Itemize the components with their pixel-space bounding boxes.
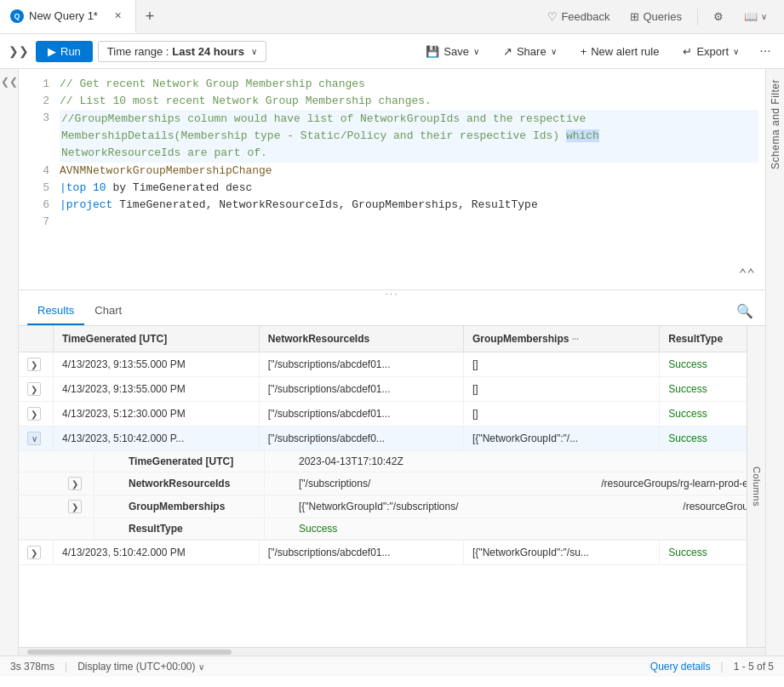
columns-label: Columns — [752, 467, 762, 507]
save-icon: 💾 — [426, 45, 439, 58]
code-line-6: 6 |project TimeGenerated, NetworkResourc… — [19, 197, 765, 214]
results-table: TimeGenerated [UTC] NetworkResourceIds G… — [19, 326, 765, 565]
row-expand-btn[interactable]: ∨ — [27, 432, 41, 445]
left-panel-toggle[interactable]: ❮❮ — [0, 69, 19, 656]
book-icon: 📖 — [744, 10, 758, 23]
queries-btn[interactable]: ⊞ Queries — [621, 7, 690, 26]
table-row: ❯ 4/13/2023, 5:12:30.000 PM ["/subscript… — [19, 402, 765, 427]
code-line-7: 7 — [19, 214, 765, 231]
columns-panel[interactable]: Columns — [747, 326, 765, 647]
save-caret: ∨ — [473, 47, 479, 56]
chevron-down-icon: ∨ — [198, 662, 204, 672]
search-btn[interactable]: 🔍 — [733, 300, 757, 323]
export-caret: ∨ — [733, 47, 739, 56]
run-button[interactable]: ▶ Run — [36, 41, 93, 62]
schema-filter-sidebar[interactable]: Schema and Filter — [765, 69, 784, 656]
code-editor[interactable]: 1 // Get recent Network Group Membership… — [19, 69, 765, 290]
share-btn[interactable]: ↗ Share ∨ — [494, 41, 566, 62]
time-range-btn[interactable]: Time range : Last 24 hours ∨ — [98, 41, 266, 62]
feedback-btn[interactable]: ♡ Feedback — [539, 7, 618, 26]
col-groupmemberships[interactable]: GroupMemberships ··· — [464, 326, 660, 352]
chevron-left-icon: ❮❮ — [1, 76, 18, 88]
separator — [697, 9, 698, 26]
book-btn[interactable]: 📖 ∨ — [735, 7, 775, 26]
code-line-2: 2 // List 10 most recent Network Group M… — [19, 93, 765, 110]
queries-icon: ⊞ — [630, 10, 639, 23]
tab-icon: Q — [10, 9, 24, 23]
scrollbar-thumb[interactable] — [27, 650, 232, 655]
code-collapse-btn[interactable]: ⌃⌃ — [739, 266, 755, 283]
resizer[interactable]: ··· — [19, 290, 765, 297]
heart-icon: ♡ — [547, 10, 558, 23]
display-time[interactable]: Display time (UTC+00:00) ∨ — [77, 661, 204, 673]
tab-close-btn[interactable]: ✕ — [111, 9, 125, 23]
chevron-down-icon: ∨ — [251, 47, 257, 56]
tab-right-actions: ♡ Feedback ⊞ Queries ⚙ 📖 ∨ — [539, 7, 784, 26]
gear-icon: ⚙ — [713, 10, 724, 23]
share-caret: ∨ — [551, 47, 557, 56]
horizontal-scrollbar[interactable] — [19, 647, 765, 656]
col-timegenerated[interactable]: TimeGenerated [UTC] — [54, 326, 260, 352]
tab-bar: Q New Query 1* ✕ + ♡ Feedback ⊞ Queries … — [0, 0, 784, 34]
col-networkresourceids[interactable]: NetworkResourceIds — [259, 326, 463, 352]
export-icon: ↵ — [683, 45, 692, 58]
toolbar: ❯❯ ▶ Run Time range : Last 24 hours ∨ 💾 … — [0, 34, 784, 69]
table-row: ❯ 4/13/2023, 9:13:55.000 PM ["/subscript… — [19, 377, 765, 402]
table-row: ❯ 4/13/2023, 5:10:42.000 PM ["/subscript… — [19, 541, 765, 565]
tab-new-query[interactable]: Q New Query 1* ✕ — [0, 0, 136, 33]
tab-chart[interactable]: Chart — [84, 297, 132, 325]
query-time: 3s 378ms — [10, 661, 54, 673]
run-icon: ▶ — [48, 45, 56, 58]
tab-results[interactable]: Results — [27, 297, 84, 325]
row-expand-btn[interactable]: ❯ — [27, 546, 41, 559]
table-row-expanded: ∨ 4/13/2023, 5:10:42.000 P... ["/subscri… — [19, 427, 765, 451]
expand-col-header — [19, 326, 54, 352]
detail-expand-btn[interactable]: ❯ — [68, 477, 82, 490]
code-line-3: 3 //GroupMemberships column would have l… — [19, 110, 765, 163]
tab-label: New Query 1* — [29, 9, 98, 22]
row-expand-btn[interactable]: ❯ — [27, 358, 41, 371]
table-row: ❯ 4/13/2023, 9:13:55.000 PM ["/subscript… — [19, 352, 765, 377]
save-btn[interactable]: 💾 Save ∨ — [416, 41, 489, 62]
code-line-1: 1 // Get recent Network Group Membership… — [19, 76, 765, 93]
export-btn[interactable]: ↵ Export ∨ — [673, 41, 748, 62]
detail-row-timegenerated: TimeGenerated [UTC] 2023-04-13T17:10:42Z… — [19, 451, 765, 541]
code-line-4: 4 AVNMNetworkGroupMembershipChange — [19, 163, 765, 180]
collapse-btn[interactable]: ❯❯ — [7, 39, 31, 63]
more-btn[interactable]: ··· — [753, 39, 777, 63]
chevron-icon: ∨ — [761, 12, 767, 21]
plus-icon: + — [581, 45, 587, 58]
row-expand-btn[interactable]: ❯ — [27, 382, 41, 396]
table-header: TimeGenerated [UTC] NetworkResourceIds G… — [19, 326, 765, 352]
new-alert-btn[interactable]: + New alert rule — [571, 41, 669, 62]
settings-btn[interactable]: ⚙ — [705, 7, 732, 26]
detail-expand-btn[interactable]: ❯ — [68, 500, 82, 513]
row-expand-btn[interactable]: ❯ — [27, 407, 41, 421]
status-bar: 3s 378ms | Display time (UTC+00:00) ∨ Qu… — [0, 656, 784, 677]
results-table-container[interactable]: TimeGenerated [UTC] NetworkResourceIds G… — [19, 326, 765, 647]
schema-filter-label[interactable]: Schema and Filter — [770, 69, 781, 180]
editor-area: 1 // Get recent Network Group Membership… — [19, 69, 765, 656]
chevron-left-icon: ❯❯ — [9, 44, 29, 58]
code-line-5: 5 |top 10 by TimeGenerated desc — [19, 180, 765, 197]
results-count: 1 - 5 of 5 — [734, 661, 774, 673]
share-icon: ↗ — [503, 45, 512, 58]
query-details-btn[interactable]: Query details — [650, 661, 711, 673]
new-tab-btn[interactable]: + — [136, 0, 163, 33]
results-tabs: Results Chart 🔍 — [19, 297, 765, 326]
